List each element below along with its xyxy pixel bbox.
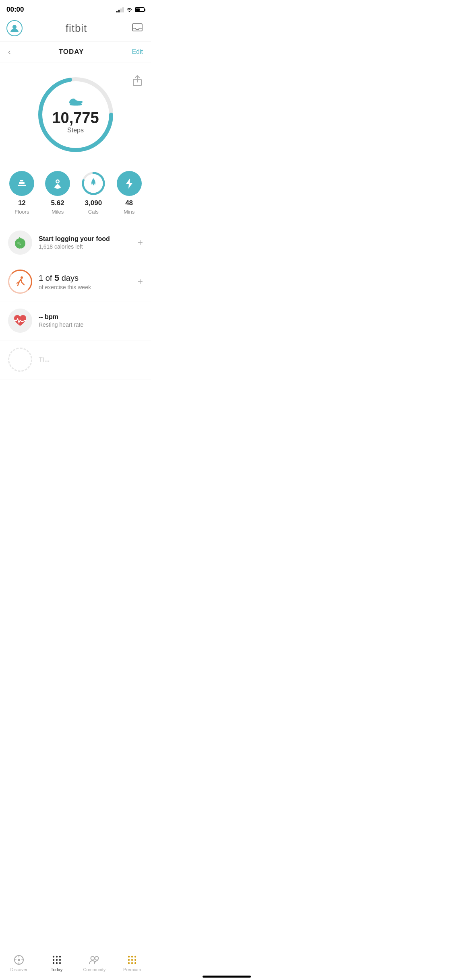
- app-header: fitbit: [0, 17, 151, 41]
- steps-data: 10,775 Steps: [52, 95, 99, 134]
- food-title: Start logging your food: [39, 235, 137, 243]
- miles-icon: [53, 177, 62, 189]
- avatar-icon: [9, 23, 20, 34]
- steps-section: 10,775 Steps: [0, 62, 151, 163]
- cals-ring: [81, 171, 106, 196]
- sleep-title-partial: Ti...: [39, 356, 143, 363]
- svg-rect-1: [132, 24, 142, 31]
- svg-point-0: [12, 25, 17, 29]
- content-area: 10,775 Steps 12 Floors: [0, 62, 151, 412]
- wifi-icon: [126, 7, 132, 12]
- svg-point-15: [21, 276, 23, 279]
- mins-unit: Mins: [124, 209, 134, 215]
- mins-value: 48: [125, 199, 133, 207]
- status-time: 00:00: [6, 6, 24, 14]
- stat-miles[interactable]: 5.62 Miles: [45, 171, 70, 215]
- food-card[interactable]: Start logging your food 1,618 calories l…: [0, 223, 151, 262]
- food-subtitle: 1,618 calories left: [39, 243, 137, 250]
- heartrate-title: -- bpm: [39, 313, 143, 321]
- steps-circle[interactable]: 10,775 Steps: [35, 74, 116, 155]
- mins-icon-circle: [117, 171, 142, 196]
- sleep-card-partial: Ti...: [0, 340, 151, 379]
- steps-label: Steps: [52, 127, 99, 134]
- svg-point-12: [15, 238, 25, 249]
- exercise-title: 1 of 5 days: [39, 273, 137, 283]
- share-button[interactable]: [131, 74, 144, 87]
- floors-unit: Floors: [14, 209, 29, 215]
- nav-title: TODAY: [59, 48, 84, 56]
- shoe-icon: [52, 95, 99, 108]
- heartrate-card[interactable]: -- bpm Resting heart rate: [0, 301, 151, 340]
- svg-point-13: [17, 242, 20, 244]
- status-bar: 00:00: [0, 0, 151, 17]
- runner-icon: [14, 275, 27, 288]
- sleep-icon-wrap: [8, 348, 32, 372]
- exercise-icon-wrap: [8, 270, 32, 294]
- inbox-icon: [132, 23, 143, 33]
- miles-value: 5.62: [51, 199, 64, 207]
- heartrate-content: -- bpm Resting heart rate: [39, 313, 143, 328]
- food-icon-wrap: [8, 231, 32, 255]
- svg-rect-5: [18, 185, 26, 186]
- battery-icon: [135, 7, 145, 12]
- steps-value: 10,775: [52, 110, 99, 127]
- svg-point-14: [20, 244, 21, 245]
- heartrate-icon: [12, 314, 28, 327]
- floors-icon-circle: [9, 171, 34, 196]
- stats-row: 12 Floors 5.62 Miles: [0, 163, 151, 223]
- svg-rect-6: [19, 182, 25, 184]
- miles-icon-circle: [45, 171, 70, 196]
- apple-icon: [13, 235, 27, 250]
- miles-unit: Miles: [52, 209, 64, 215]
- heartrate-subtitle: Resting heart rate: [39, 321, 143, 328]
- signal-icon: [116, 7, 124, 12]
- food-add-button[interactable]: +: [137, 237, 143, 248]
- heartrate-icon-wrap: [8, 309, 32, 333]
- edit-button[interactable]: Edit: [132, 48, 143, 56]
- inbox-button[interactable]: [130, 21, 145, 35]
- svg-point-9: [57, 181, 59, 183]
- sleep-content-partial: Ti...: [39, 356, 143, 363]
- exercise-content: 1 of 5 days of exercise this week: [39, 273, 137, 290]
- cals-value: 3,090: [85, 199, 102, 207]
- stat-mins[interactable]: 48 Mins: [117, 171, 142, 215]
- exercise-subtitle: of exercise this week: [39, 284, 137, 290]
- cals-icon-circle: [81, 171, 106, 196]
- food-content: Start logging your food 1,618 calories l…: [39, 235, 137, 250]
- bolt-icon: [124, 177, 135, 189]
- floors-value: 12: [18, 199, 26, 207]
- flame-icon: [89, 177, 98, 188]
- app-title: fitbit: [66, 22, 87, 35]
- svg-rect-7: [20, 180, 23, 181]
- status-icons: [116, 7, 145, 12]
- avatar[interactable]: [6, 20, 23, 36]
- back-button[interactable]: ‹: [8, 47, 11, 56]
- floors-icon: [16, 177, 28, 189]
- exercise-add-button[interactable]: +: [137, 276, 143, 287]
- stat-floors[interactable]: 12 Floors: [9, 171, 34, 215]
- share-icon: [132, 75, 143, 87]
- cals-unit: Cals: [88, 209, 99, 215]
- exercise-card[interactable]: 1 of 5 days of exercise this week +: [0, 262, 151, 301]
- stat-cals[interactable]: 3,090 Cals: [81, 171, 106, 215]
- nav-row: ‹ TODAY Edit: [0, 41, 151, 62]
